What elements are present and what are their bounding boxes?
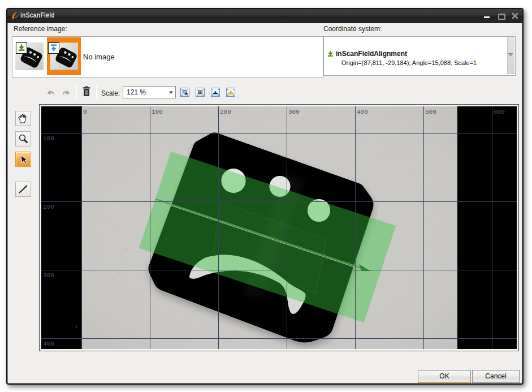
svg-text:0: 0 xyxy=(83,109,87,115)
svg-text:500: 500 xyxy=(425,109,436,115)
svg-text:600: 600 xyxy=(494,109,505,115)
svg-text:200: 200 xyxy=(220,109,231,115)
svg-text:100: 100 xyxy=(152,109,163,115)
svg-text:200: 200 xyxy=(43,204,54,210)
svg-text:300: 300 xyxy=(288,109,300,115)
svg-text:400: 400 xyxy=(43,341,54,347)
svg-text:400: 400 xyxy=(357,109,368,115)
svg-text:100: 100 xyxy=(43,135,54,142)
svg-text:300: 300 xyxy=(43,272,54,279)
